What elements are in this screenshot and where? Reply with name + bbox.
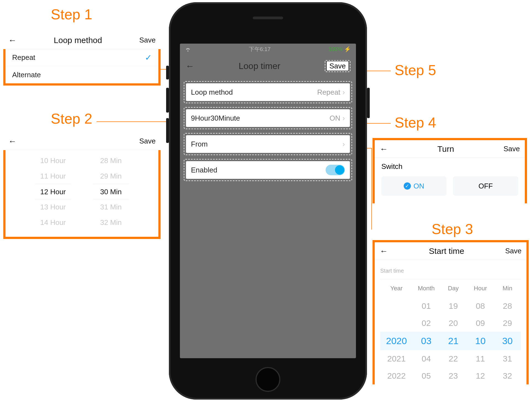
check-icon: ✓ xyxy=(145,53,152,62)
row-label: Loop method xyxy=(191,88,233,97)
step-1-label: Step 1 xyxy=(51,6,92,23)
row-enabled: Enabled xyxy=(184,159,352,181)
step-4-label: Step 4 xyxy=(395,114,436,131)
start-time-sublabel: Start time xyxy=(380,263,521,279)
grid-cell-selected[interactable]: 30 xyxy=(494,332,521,350)
save-button[interactable]: Save xyxy=(504,145,520,153)
home-button[interactable] xyxy=(256,367,280,392)
phone-side-button xyxy=(166,66,169,79)
turn-panel: ← Turn Save Switch ✓ ON OFF xyxy=(373,138,527,203)
leader-step3-v xyxy=(371,148,372,230)
wheel-item[interactable]: 32 Min xyxy=(93,215,129,230)
row-label: Enabled xyxy=(191,166,217,174)
wheel-item[interactable]: 29 Min xyxy=(93,168,129,184)
wheel-item[interactable]: 28 Min xyxy=(93,153,129,168)
row-label: 9Hour30Minute xyxy=(191,114,240,123)
wheel-item-selected[interactable]: 30 Min xyxy=(93,184,129,199)
back-icon[interactable]: ← xyxy=(185,61,194,71)
grid-cell[interactable]: 09 xyxy=(467,315,494,332)
wheel-item-selected[interactable]: 12 Hour xyxy=(35,184,71,199)
on-label: ON xyxy=(414,182,424,190)
start-time-grid[interactable]: Year Month Day Hour Min 01 19 08 28 02 2… xyxy=(380,279,521,384)
wheel-item[interactable]: 10 Hour xyxy=(35,153,71,168)
grid-cell-selected[interactable]: 10 xyxy=(467,332,494,350)
save-button[interactable]: Save xyxy=(326,61,349,71)
duration-panel: ← Save 10 Hour 11 Hour 12 Hour 13 Hour 1… xyxy=(3,132,161,239)
row-loop-method[interactable]: Loop method Repeat › xyxy=(184,81,352,103)
grid-cell[interactable]: 19 xyxy=(440,297,467,315)
enabled-toggle[interactable] xyxy=(326,165,345,175)
wifi-icon xyxy=(185,47,191,51)
switch-off-button[interactable]: OFF xyxy=(453,176,518,196)
loop-method-panel: ← Loop method Save Repeat ✓ Alternate xyxy=(3,31,161,86)
grid-cell-selected[interactable]: 2020 xyxy=(380,332,413,350)
minute-column[interactable]: 28 Min 29 Min 30 Min 31 Min 32 Min xyxy=(93,153,129,230)
duration-picker[interactable]: 10 Hour 11 Hour 12 Hour 13 Hour 14 Hour … xyxy=(6,150,158,237)
step-2-label: Step 2 xyxy=(51,110,92,127)
phone-side-button xyxy=(166,88,169,113)
col-header: Year xyxy=(380,279,413,297)
switch-on-button[interactable]: ✓ ON xyxy=(381,176,446,196)
grid-cell[interactable]: 23 xyxy=(440,367,467,384)
chevron-right-icon: › xyxy=(342,140,345,148)
grid-cell[interactable]: 04 xyxy=(413,350,440,367)
chevron-right-icon: › xyxy=(342,88,345,97)
option-label: Repeat xyxy=(12,53,35,62)
wheel-item[interactable]: 31 Min xyxy=(93,199,129,215)
col-header: Month xyxy=(413,279,440,297)
grid-cell[interactable]: 11 xyxy=(467,350,494,367)
check-icon: ✓ xyxy=(404,182,411,190)
grid-cell[interactable]: 02 xyxy=(413,315,440,332)
back-icon[interactable]: ← xyxy=(8,36,17,45)
save-button[interactable]: Save xyxy=(505,247,522,255)
grid-cell[interactable]: 12 xyxy=(467,367,494,384)
phone-screen: 下午6:17 100% ⚡ ← Loop timer Save Loop met… xyxy=(180,44,356,358)
grid-cell-selected[interactable]: 03 xyxy=(413,332,440,350)
grid-cell[interactable]: 2021 xyxy=(380,350,413,367)
back-icon[interactable]: ← xyxy=(380,144,388,154)
switch-label: Switch xyxy=(381,162,518,171)
off-label: OFF xyxy=(478,182,493,190)
grid-cell[interactable] xyxy=(380,297,413,315)
grid-cell[interactable]: 31 xyxy=(494,350,521,367)
chevron-right-icon: › xyxy=(342,114,345,123)
grid-cell[interactable]: 2022 xyxy=(380,367,413,384)
wheel-item[interactable]: 13 Hour xyxy=(35,199,71,215)
grid-cell[interactable]: 22 xyxy=(440,350,467,367)
panel-title: Start time xyxy=(388,246,505,256)
grid-cell[interactable] xyxy=(380,315,413,332)
save-button[interactable]: Save xyxy=(139,36,156,44)
grid-cell[interactable]: 01 xyxy=(413,297,440,315)
step-3-label: Step 3 xyxy=(432,221,473,237)
phone-side-button xyxy=(367,88,370,118)
panel-title: Loop method xyxy=(17,36,139,45)
wheel-item[interactable]: 14 Hour xyxy=(35,215,71,230)
option-alternate[interactable]: Alternate xyxy=(6,66,158,83)
grid-cell[interactable]: 08 xyxy=(467,297,494,315)
row-value: ON xyxy=(329,114,340,123)
back-icon[interactable]: ← xyxy=(8,137,17,146)
grid-cell[interactable]: 32 xyxy=(494,367,521,384)
col-header: Min xyxy=(494,279,521,297)
back-icon[interactable]: ← xyxy=(380,246,388,256)
wheel-item[interactable]: 11 Hour xyxy=(35,168,71,184)
phone-frame: 下午6:17 100% ⚡ ← Loop timer Save Loop met… xyxy=(169,2,367,400)
row-value: Repeat xyxy=(317,88,340,97)
grid-cell[interactable]: 05 xyxy=(413,367,440,384)
option-label: Alternate xyxy=(12,71,41,79)
save-button[interactable]: Save xyxy=(139,137,156,145)
grid-cell-selected[interactable]: 21 xyxy=(440,332,467,350)
hour-column[interactable]: 10 Hour 11 Hour 12 Hour 13 Hour 14 Hour xyxy=(35,153,71,230)
grid-cell[interactable]: 20 xyxy=(440,315,467,332)
row-label: From xyxy=(191,140,208,148)
grid-cell[interactable]: 28 xyxy=(494,297,521,315)
col-header: Day xyxy=(440,279,467,297)
grid-cell[interactable]: 29 xyxy=(494,315,521,332)
row-duration[interactable]: 9Hour30Minute ON › xyxy=(184,107,352,129)
page-title: Loop timer xyxy=(194,61,325,71)
start-time-panel: ← Start time Save Start time Year Month … xyxy=(373,240,529,384)
step-5-label: Step 5 xyxy=(395,62,436,78)
option-repeat[interactable]: Repeat ✓ xyxy=(6,49,158,66)
app-header: ← Loop timer Save xyxy=(180,55,356,77)
row-from[interactable]: From › xyxy=(184,133,352,155)
